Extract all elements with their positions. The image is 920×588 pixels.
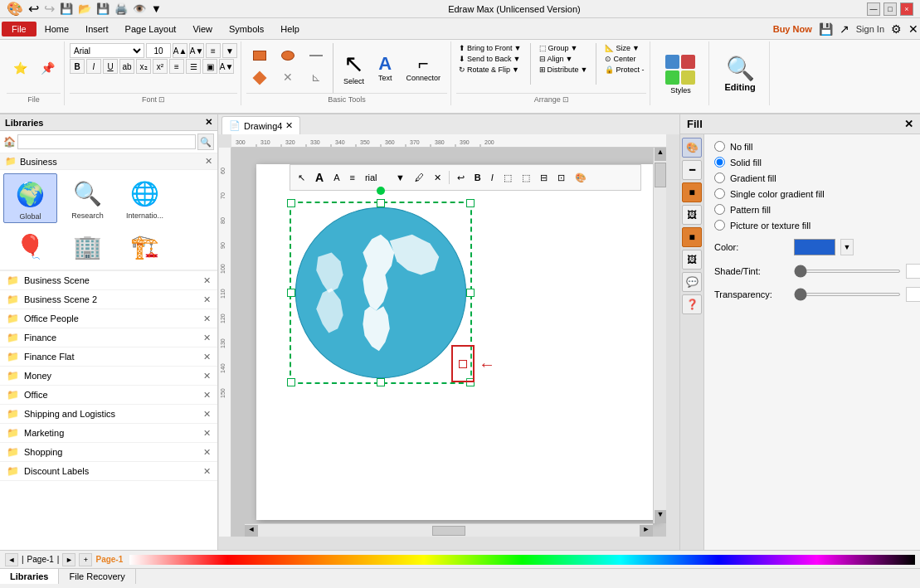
fill-option-solid[interactable]: Solid fill xyxy=(714,157,920,168)
text-tb-arrow[interactable]: ↖ xyxy=(294,171,309,185)
radio-single-gradient[interactable] xyxy=(714,188,725,199)
fill-option-gradient[interactable]: Gradient fill xyxy=(714,173,920,183)
radio-gradient-fill[interactable] xyxy=(714,173,725,183)
shape-angle-btn[interactable]: ⊾ xyxy=(303,69,329,87)
group-btn[interactable]: ⬚Group▼ xyxy=(537,43,591,53)
menu-help[interactable]: Help xyxy=(272,22,308,36)
sign-in-link[interactable]: Sign In xyxy=(856,24,884,34)
text-tb-bold[interactable]: B xyxy=(470,171,485,184)
handle-tl[interactable] xyxy=(287,199,295,207)
handle-tc[interactable] xyxy=(377,199,385,207)
color-swatch-btn[interactable]: ■ xyxy=(682,182,702,202)
color-swatch[interactable] xyxy=(794,239,835,255)
list-item-ff-close[interactable]: ✕ xyxy=(203,352,211,362)
list-item-bs2-close[interactable]: ✕ xyxy=(203,294,211,305)
lib-icon-global[interactable]: 🌍 Global xyxy=(3,173,57,223)
canvas-content[interactable]: ↖ A A ≡ rial ▼ 🖊 ✕ ↩ B I ⬚ ⬚ ⊟ xyxy=(231,148,666,537)
align-btn[interactable]: ⊟Align▼ xyxy=(537,54,591,64)
business-section-header[interactable]: 📁 Business ✕ xyxy=(0,153,217,170)
lib-icon-international[interactable]: 🌐 Internatio... xyxy=(118,173,172,223)
superscript-btn[interactable]: x² xyxy=(153,59,168,74)
protect-btn[interactable]: 🔒Protect - xyxy=(602,65,646,75)
font-color-btn[interactable]: ▼ xyxy=(222,43,237,58)
font-family-select[interactable]: Arial xyxy=(70,43,144,58)
list-item-office-people[interactable]: 📁Office People ✕ xyxy=(0,309,217,328)
list-item-finance[interactable]: 📁Finance ✕ xyxy=(0,328,217,347)
help-icon-btn[interactable]: ❓ xyxy=(682,294,702,314)
sidebar-close-btn[interactable]: ✕ xyxy=(205,117,212,128)
radio-pattern-fill[interactable] xyxy=(714,204,725,215)
shape-cross-btn[interactable]: ✕ xyxy=(275,69,301,87)
list-item-shipping[interactable]: 📁Shipping and Logistics ✕ xyxy=(0,405,217,424)
quick-action-2[interactable]: 📌 xyxy=(34,60,61,76)
send-back-btn[interactable]: ⬇Send to Back▼ xyxy=(456,54,523,64)
h-scrollbar[interactable]: ◄ ► xyxy=(245,523,653,537)
fill-option-picture[interactable]: Picture or texture fill xyxy=(714,220,920,231)
text-tb-box1[interactable]: ⬚ xyxy=(499,171,516,185)
minimize-btn[interactable]: — xyxy=(867,2,880,16)
search-input[interactable] xyxy=(17,134,196,149)
list-item-money[interactable]: 📁Money ✕ xyxy=(0,367,217,386)
shape-diamond-btn[interactable] xyxy=(246,69,273,87)
center-btn[interactable]: ⊙Center xyxy=(602,54,646,64)
font-color2-btn[interactable]: A▼ xyxy=(219,59,234,74)
settings-icon[interactable]: ⚙ xyxy=(891,22,902,36)
handle-bl[interactable] xyxy=(287,378,295,386)
fill-close-btn[interactable]: ✕ xyxy=(904,118,913,130)
list-item-mo-close[interactable]: ✕ xyxy=(203,371,211,381)
text-tb-close[interactable]: ✕ xyxy=(430,171,445,185)
underline-btn[interactable]: U xyxy=(103,59,118,74)
quick-action-1[interactable]: ⭐ xyxy=(7,60,33,76)
fill-option-single-gradient[interactable]: Single color gradient fill xyxy=(714,188,920,199)
list-item-shopping[interactable]: 📁Shopping ✕ xyxy=(0,443,217,462)
share-icon[interactable]: ↗ xyxy=(840,22,849,36)
shade-value-input[interactable] xyxy=(906,264,920,279)
list-item-business-scene[interactable]: 📁Business Scene ✕ xyxy=(0,271,217,290)
text-btn[interactable]: A Text xyxy=(372,53,399,84)
font-decrease-btn[interactable]: A▼ xyxy=(189,43,204,58)
font-group-expand[interactable]: ⊡ xyxy=(158,95,165,104)
color-dropdown-btn[interactable]: ▼ xyxy=(840,239,854,255)
tab-file-recovery[interactable]: File Recovery xyxy=(59,569,135,584)
transparency-slider[interactable] xyxy=(794,293,901,296)
list-item-dl-close[interactable]: ✕ xyxy=(203,466,211,477)
text-tb-font-large[interactable]: A xyxy=(311,169,328,186)
arrange-expand[interactable]: ⊡ xyxy=(562,95,569,104)
text-tb-box2[interactable]: ⬚ xyxy=(518,171,534,185)
radio-picture-fill[interactable] xyxy=(714,220,725,231)
save-icon[interactable]: 💾 xyxy=(819,22,833,36)
shade-slider[interactable] xyxy=(794,270,901,273)
maximize-btn[interactable]: □ xyxy=(883,2,897,16)
handle-tr[interactable] xyxy=(466,199,475,207)
list-item-fi-close[interactable]: ✕ xyxy=(203,333,211,343)
select-btn[interactable]: ↖ Select xyxy=(337,50,371,87)
radio-no-fill[interactable] xyxy=(714,141,725,152)
text-tb-box3[interactable]: ⊟ xyxy=(536,171,552,185)
menu-home[interactable]: Home xyxy=(37,22,77,36)
lib-icon-research[interactable]: 🔍 Research xyxy=(61,173,114,223)
lib-icon-building[interactable]: 🏢 xyxy=(61,226,114,266)
font-increase-btn[interactable]: A▲ xyxy=(173,43,187,58)
rotate-handle[interactable] xyxy=(377,187,385,195)
text-tb-box4[interactable]: ⊡ xyxy=(553,171,569,185)
search-btn[interactable]: 🔍 xyxy=(197,134,214,150)
shape-rect-btn[interactable] xyxy=(246,49,273,67)
bring-front-btn[interactable]: ⬆Bring to Front▼ xyxy=(456,43,523,53)
font-align-btn[interactable]: ≡ xyxy=(206,43,221,58)
list-item-of-close[interactable]: ✕ xyxy=(203,390,211,401)
list-item-finance-flat[interactable]: 📁Finance Flat ✕ xyxy=(0,347,217,367)
shape-ellipse-btn[interactable] xyxy=(275,49,301,67)
tab-libraries[interactable]: Libraries xyxy=(0,569,59,584)
list-item-sp-close[interactable]: ✕ xyxy=(203,447,211,458)
v-scrollbar[interactable]: ▲ ▼ xyxy=(653,148,666,523)
fill-icon-btn[interactable]: 🎨 xyxy=(682,138,702,158)
distribute-btn[interactable]: ⊞Distribute▼ xyxy=(537,65,591,75)
font-size-input[interactable] xyxy=(146,43,171,58)
canvas-tab-drawing4[interactable]: 📄 Drawing4 ✕ xyxy=(221,116,300,134)
page-add-btn[interactable]: + xyxy=(79,553,92,566)
fill-option-no-fill[interactable]: No fill xyxy=(714,141,920,152)
list-btn[interactable]: ☰ xyxy=(186,59,201,74)
list-item-mk-close[interactable]: ✕ xyxy=(203,428,211,439)
radio-solid-fill[interactable] xyxy=(714,157,725,168)
shadow-icon-btn[interactable]: 🖼 xyxy=(682,205,702,225)
